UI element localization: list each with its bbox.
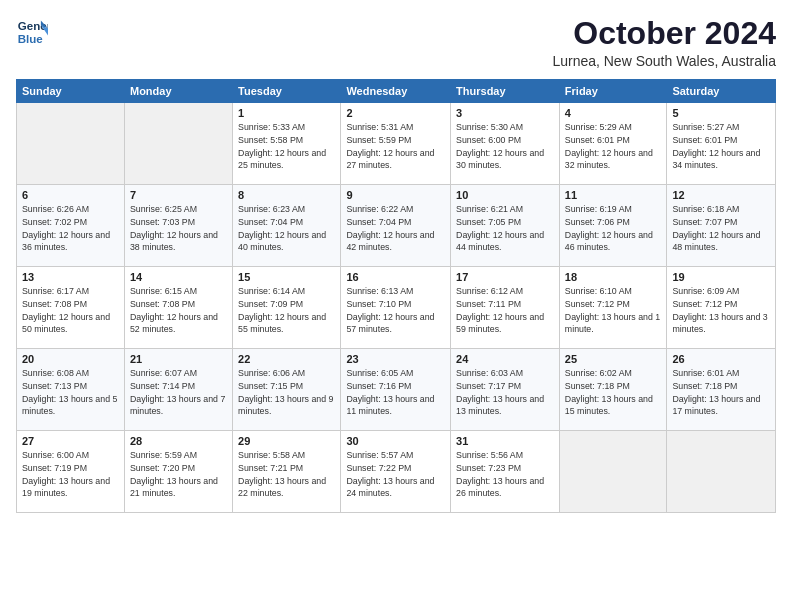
calendar-cell: 21Sunrise: 6:07 AMSunset: 7:14 PMDayligh… <box>124 349 232 431</box>
day-info: Sunrise: 5:57 AMSunset: 7:22 PMDaylight:… <box>346 449 445 500</box>
calendar-cell: 28Sunrise: 5:59 AMSunset: 7:20 PMDayligh… <box>124 431 232 513</box>
calendar-cell: 15Sunrise: 6:14 AMSunset: 7:09 PMDayligh… <box>233 267 341 349</box>
calendar-cell: 1Sunrise: 5:33 AMSunset: 5:58 PMDaylight… <box>233 103 341 185</box>
day-number: 15 <box>238 271 335 283</box>
calendar-cell: 8Sunrise: 6:23 AMSunset: 7:04 PMDaylight… <box>233 185 341 267</box>
calendar-cell: 12Sunrise: 6:18 AMSunset: 7:07 PMDayligh… <box>667 185 776 267</box>
day-number: 25 <box>565 353 662 365</box>
day-info: Sunrise: 6:01 AMSunset: 7:18 PMDaylight:… <box>672 367 770 418</box>
day-info: Sunrise: 5:31 AMSunset: 5:59 PMDaylight:… <box>346 121 445 172</box>
calendar-cell: 18Sunrise: 6:10 AMSunset: 7:12 PMDayligh… <box>559 267 667 349</box>
day-number: 16 <box>346 271 445 283</box>
day-info: Sunrise: 5:33 AMSunset: 5:58 PMDaylight:… <box>238 121 335 172</box>
day-info: Sunrise: 6:07 AMSunset: 7:14 PMDaylight:… <box>130 367 227 418</box>
day-info: Sunrise: 6:26 AMSunset: 7:02 PMDaylight:… <box>22 203 119 254</box>
day-info: Sunrise: 5:27 AMSunset: 6:01 PMDaylight:… <box>672 121 770 172</box>
svg-text:Blue: Blue <box>18 33 44 45</box>
day-info: Sunrise: 6:13 AMSunset: 7:10 PMDaylight:… <box>346 285 445 336</box>
day-number: 27 <box>22 435 119 447</box>
day-number: 17 <box>456 271 554 283</box>
calendar-cell: 31Sunrise: 5:56 AMSunset: 7:23 PMDayligh… <box>451 431 560 513</box>
day-number: 9 <box>346 189 445 201</box>
day-info: Sunrise: 6:15 AMSunset: 7:08 PMDaylight:… <box>130 285 227 336</box>
day-number: 19 <box>672 271 770 283</box>
calendar-week-row: 27Sunrise: 6:00 AMSunset: 7:19 PMDayligh… <box>17 431 776 513</box>
header: General Blue October 2024 Lurnea, New So… <box>16 16 776 69</box>
day-number: 6 <box>22 189 119 201</box>
calendar-cell: 13Sunrise: 6:17 AMSunset: 7:08 PMDayligh… <box>17 267 125 349</box>
calendar-cell: 2Sunrise: 5:31 AMSunset: 5:59 PMDaylight… <box>341 103 451 185</box>
day-info: Sunrise: 6:22 AMSunset: 7:04 PMDaylight:… <box>346 203 445 254</box>
day-number: 12 <box>672 189 770 201</box>
calendar-cell <box>17 103 125 185</box>
day-info: Sunrise: 6:08 AMSunset: 7:13 PMDaylight:… <box>22 367 119 418</box>
day-info: Sunrise: 6:19 AMSunset: 7:06 PMDaylight:… <box>565 203 662 254</box>
day-number: 5 <box>672 107 770 119</box>
day-info: Sunrise: 6:03 AMSunset: 7:17 PMDaylight:… <box>456 367 554 418</box>
calendar-cell: 26Sunrise: 6:01 AMSunset: 7:18 PMDayligh… <box>667 349 776 431</box>
day-info: Sunrise: 6:09 AMSunset: 7:12 PMDaylight:… <box>672 285 770 336</box>
day-number: 2 <box>346 107 445 119</box>
calendar-cell: 29Sunrise: 5:58 AMSunset: 7:21 PMDayligh… <box>233 431 341 513</box>
calendar-cell: 30Sunrise: 5:57 AMSunset: 7:22 PMDayligh… <box>341 431 451 513</box>
calendar-cell: 22Sunrise: 6:06 AMSunset: 7:15 PMDayligh… <box>233 349 341 431</box>
day-number: 28 <box>130 435 227 447</box>
calendar-cell: 17Sunrise: 6:12 AMSunset: 7:11 PMDayligh… <box>451 267 560 349</box>
calendar-cell: 14Sunrise: 6:15 AMSunset: 7:08 PMDayligh… <box>124 267 232 349</box>
day-info: Sunrise: 5:58 AMSunset: 7:21 PMDaylight:… <box>238 449 335 500</box>
day-number: 24 <box>456 353 554 365</box>
calendar-table: SundayMondayTuesdayWednesdayThursdayFrid… <box>16 79 776 513</box>
calendar-cell: 20Sunrise: 6:08 AMSunset: 7:13 PMDayligh… <box>17 349 125 431</box>
calendar-cell: 25Sunrise: 6:02 AMSunset: 7:18 PMDayligh… <box>559 349 667 431</box>
day-info: Sunrise: 5:30 AMSunset: 6:00 PMDaylight:… <box>456 121 554 172</box>
calendar-header-saturday: Saturday <box>667 80 776 103</box>
day-number: 23 <box>346 353 445 365</box>
title-block: October 2024 Lurnea, New South Wales, Au… <box>552 16 776 69</box>
day-info: Sunrise: 6:02 AMSunset: 7:18 PMDaylight:… <box>565 367 662 418</box>
day-info: Sunrise: 6:25 AMSunset: 7:03 PMDaylight:… <box>130 203 227 254</box>
calendar-cell: 4Sunrise: 5:29 AMSunset: 6:01 PMDaylight… <box>559 103 667 185</box>
day-info: Sunrise: 6:00 AMSunset: 7:19 PMDaylight:… <box>22 449 119 500</box>
calendar-cell: 9Sunrise: 6:22 AMSunset: 7:04 PMDaylight… <box>341 185 451 267</box>
calendar-week-row: 13Sunrise: 6:17 AMSunset: 7:08 PMDayligh… <box>17 267 776 349</box>
calendar-cell: 24Sunrise: 6:03 AMSunset: 7:17 PMDayligh… <box>451 349 560 431</box>
calendar-header-thursday: Thursday <box>451 80 560 103</box>
calendar-cell: 11Sunrise: 6:19 AMSunset: 7:06 PMDayligh… <box>559 185 667 267</box>
day-info: Sunrise: 6:17 AMSunset: 7:08 PMDaylight:… <box>22 285 119 336</box>
day-info: Sunrise: 5:56 AMSunset: 7:23 PMDaylight:… <box>456 449 554 500</box>
day-number: 30 <box>346 435 445 447</box>
day-number: 20 <box>22 353 119 365</box>
calendar-cell: 27Sunrise: 6:00 AMSunset: 7:19 PMDayligh… <box>17 431 125 513</box>
day-info: Sunrise: 6:05 AMSunset: 7:16 PMDaylight:… <box>346 367 445 418</box>
day-number: 11 <box>565 189 662 201</box>
day-info: Sunrise: 6:21 AMSunset: 7:05 PMDaylight:… <box>456 203 554 254</box>
calendar-header-friday: Friday <box>559 80 667 103</box>
day-number: 1 <box>238 107 335 119</box>
day-number: 8 <box>238 189 335 201</box>
day-number: 26 <box>672 353 770 365</box>
day-number: 3 <box>456 107 554 119</box>
day-number: 29 <box>238 435 335 447</box>
day-info: Sunrise: 6:12 AMSunset: 7:11 PMDaylight:… <box>456 285 554 336</box>
calendar-cell: 16Sunrise: 6:13 AMSunset: 7:10 PMDayligh… <box>341 267 451 349</box>
calendar-week-row: 1Sunrise: 5:33 AMSunset: 5:58 PMDaylight… <box>17 103 776 185</box>
calendar-cell <box>124 103 232 185</box>
day-number: 18 <box>565 271 662 283</box>
calendar-cell: 7Sunrise: 6:25 AMSunset: 7:03 PMDaylight… <box>124 185 232 267</box>
day-info: Sunrise: 6:23 AMSunset: 7:04 PMDaylight:… <box>238 203 335 254</box>
day-number: 14 <box>130 271 227 283</box>
day-info: Sunrise: 5:29 AMSunset: 6:01 PMDaylight:… <box>565 121 662 172</box>
calendar-cell: 23Sunrise: 6:05 AMSunset: 7:16 PMDayligh… <box>341 349 451 431</box>
day-number: 13 <box>22 271 119 283</box>
day-info: Sunrise: 6:10 AMSunset: 7:12 PMDaylight:… <box>565 285 662 336</box>
logo: General Blue <box>16 16 48 48</box>
page: General Blue October 2024 Lurnea, New So… <box>0 0 792 612</box>
calendar-cell <box>559 431 667 513</box>
calendar-cell <box>667 431 776 513</box>
day-info: Sunrise: 6:06 AMSunset: 7:15 PMDaylight:… <box>238 367 335 418</box>
calendar-cell: 10Sunrise: 6:21 AMSunset: 7:05 PMDayligh… <box>451 185 560 267</box>
day-info: Sunrise: 5:59 AMSunset: 7:20 PMDaylight:… <box>130 449 227 500</box>
day-number: 10 <box>456 189 554 201</box>
calendar-header-tuesday: Tuesday <box>233 80 341 103</box>
month-title: October 2024 <box>552 16 776 51</box>
